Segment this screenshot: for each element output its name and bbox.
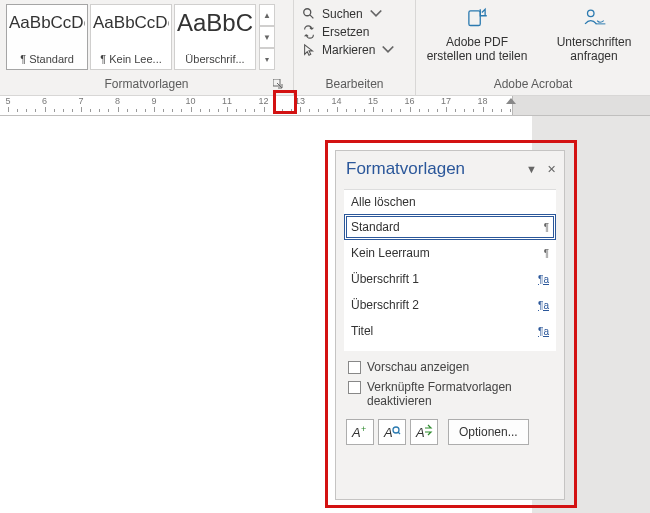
style-row-label: Überschrift 2 [351,298,419,312]
ruler-number: 15 [368,96,378,106]
style-row-label: Titel [351,324,373,338]
style-item-no-spacing[interactable]: AaBbCcDc ¶ Kein Lee... [90,4,172,70]
edit-group: Suchen Ersetzen Markieren Bearbeiten [294,0,416,95]
styles-dialog-launcher[interactable] [271,77,285,91]
checkbox-icon [348,381,361,394]
style-row[interactable]: Überschrift 2¶a [344,292,556,318]
styles-group-label: Formatvorlagen [6,75,287,93]
replace-icon [302,25,316,39]
options-button[interactable]: Optionen... [448,419,529,445]
create-pdf-button[interactable]: Adobe PDF erstellen und teilen [422,6,532,63]
acrobat-group-label: Adobe Acrobat [422,75,644,93]
styles-pane: Formatvorlagen ▼ ✕ Alle löschen Standard… [335,150,565,500]
ruler-number: 5 [5,96,10,106]
styles-pane-title: Formatvorlagen [346,159,465,179]
scroll-down-icon[interactable]: ▼ [259,26,275,48]
right-indent-marker[interactable] [506,98,516,104]
disable-linked-checkbox[interactable]: Verknüpfte Formatvorlagen deaktivieren [336,377,564,411]
svg-line-2 [310,15,314,19]
svg-text:A: A [415,425,425,440]
style-row[interactable]: Untertitel¶a [344,344,556,351]
ruler-number: 12 [258,96,268,106]
style-row-label: Überschrift 1 [351,272,419,286]
style-row-symbol: ¶a [538,274,549,285]
styles-gallery-scroll[interactable]: ▲ ▼ ▾ [259,4,275,70]
svg-text:A: A [351,425,361,440]
pdf-share-icon [464,6,490,32]
style-row-symbol: ¶a [538,326,549,337]
style-row-symbol: ¶ [544,222,549,233]
ruler-number: 18 [477,96,487,106]
style-label: Überschrif... [177,53,253,65]
styles-pane-list[interactable]: Alle löschen Standard¶Kein Leerraum¶Über… [344,189,556,351]
signature-icon [581,6,607,32]
style-inspector-icon: A [383,424,401,440]
checkbox-icon [348,361,361,374]
svg-point-1 [304,9,311,16]
manage-styles-button[interactable]: A [410,419,438,445]
style-row-symbol: ¶ [544,248,549,259]
style-preview: AaBbCcDc [9,9,85,37]
style-row[interactable]: Standard¶ [344,214,556,240]
style-row[interactable]: Titel¶a [344,318,556,344]
svg-point-4 [588,10,595,17]
style-row[interactable]: Überschrift 1¶a [344,266,556,292]
style-item-heading1[interactable]: AaBbC Überschrif... [174,4,256,70]
search-icon [302,7,316,21]
style-row-label: Untertitel [351,350,399,351]
replace-button[interactable]: Ersetzen [300,24,397,40]
manage-styles-icon: A [415,424,433,440]
new-style-button[interactable]: A+ [346,419,374,445]
edit-group-label: Bearbeiten [300,75,409,93]
style-preview: AaBbCcDc [93,9,169,37]
ruler-number: 16 [404,96,414,106]
chevron-down-icon [369,7,383,21]
ruler-right-margin [512,96,650,115]
cursor-icon [302,43,316,57]
style-preview: AaBbC [177,9,253,37]
style-inspector-button[interactable]: A [378,419,406,445]
style-row-label: Standard [351,220,400,234]
ruler-number: 10 [185,96,195,106]
style-row-label: Kein Leerraum [351,246,430,260]
select-button[interactable]: Markieren [300,42,397,58]
pane-menu-icon[interactable]: ▼ [526,163,537,175]
acrobat-group: Adobe PDF erstellen und teilen Unterschr… [416,0,650,95]
style-label: ¶ Kein Lee... [93,53,169,65]
style-row[interactable]: Kein Leerraum¶ [344,240,556,266]
ruler-number: 7 [78,96,83,106]
ruler-number: 8 [115,96,120,106]
ruler-number: 6 [42,96,47,106]
styles-gallery[interactable]: AaBbCcDc ¶ Standard AaBbCcDc ¶ Kein Lee.… [6,4,275,70]
find-button[interactable]: Suchen [300,6,397,22]
svg-rect-3 [469,11,480,26]
ruler-number: 13 [295,96,305,106]
pane-close-icon[interactable]: ✕ [547,163,556,176]
styles-group: AaBbCcDc ¶ Standard AaBbCcDc ¶ Kein Lee.… [0,0,294,95]
show-preview-checkbox[interactable]: Vorschau anzeigen [336,357,564,377]
clear-all-row[interactable]: Alle löschen [344,190,556,214]
new-style-icon: A+ [351,424,369,440]
ruler-number: 11 [222,96,232,106]
horizontal-ruler[interactable]: 56789101112131415161718 [0,96,650,116]
style-item-standard[interactable]: AaBbCcDc ¶ Standard [6,4,88,70]
ruler-number: 14 [331,96,341,106]
style-row-symbol: ¶a [538,300,549,311]
svg-line-10 [398,432,400,434]
ruler-number: 17 [441,96,451,106]
gallery-expand-icon[interactable]: ▾ [259,48,275,70]
svg-text:A: A [383,425,393,440]
svg-text:+: + [361,424,366,434]
style-label: ¶ Standard [9,53,85,65]
ribbon: AaBbCcDc ¶ Standard AaBbCcDc ¶ Kein Lee.… [0,0,650,96]
styles-pane-footer: A+ A A Optionen... [336,411,564,453]
scroll-up-icon[interactable]: ▲ [259,4,275,26]
chevron-down-icon [381,43,395,57]
ruler-number: 9 [151,96,156,106]
styles-pane-header: Formatvorlagen ▼ ✕ [336,151,564,185]
request-signatures-button[interactable]: Unterschriften anfragen [548,6,640,63]
